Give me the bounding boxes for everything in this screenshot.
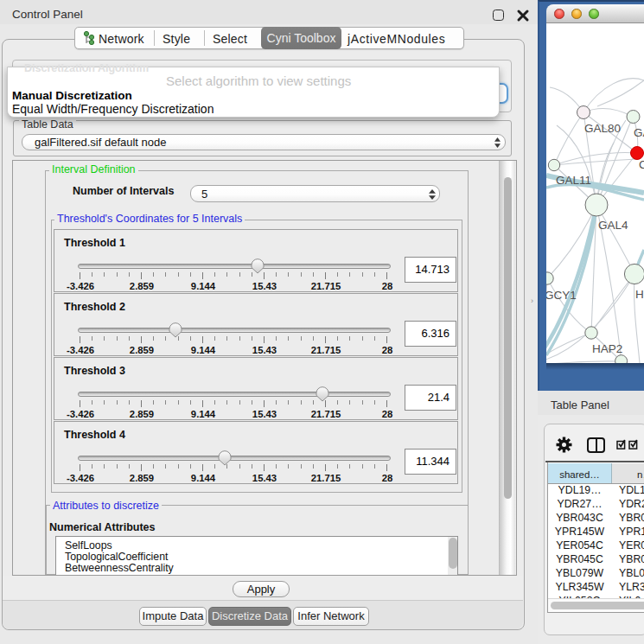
svg-text:GCY1: GCY1 bbox=[546, 289, 577, 302]
svg-text:GAL80: GAL80 bbox=[584, 122, 621, 135]
svg-text:GA: GA bbox=[634, 126, 644, 139]
svg-text:GAL4: GAL4 bbox=[598, 219, 628, 232]
svg-text:HAP2: HAP2 bbox=[592, 342, 622, 355]
svg-text:H: H bbox=[635, 288, 644, 301]
svg-text:C: C bbox=[639, 158, 644, 171]
svg-text:GAL11: GAL11 bbox=[556, 174, 591, 187]
